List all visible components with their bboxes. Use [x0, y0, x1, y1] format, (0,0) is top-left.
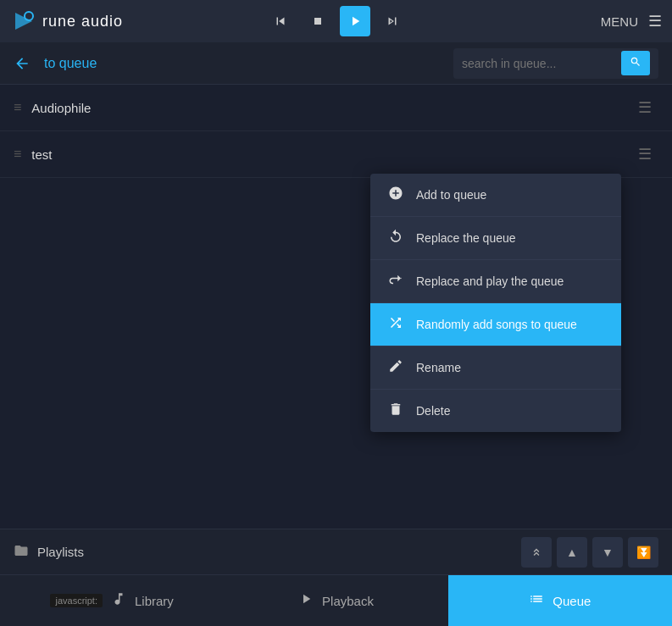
context-menu: Add to queue Replace the queue Replace a… [370, 174, 621, 432]
scroll-controls: ▲ ▼ ⏬ [521, 537, 658, 568]
top-bar: rune audio MENU ☰ [0, 0, 672, 42]
queue-label: Queue [553, 594, 591, 608]
tab-queue[interactable]: Queue [448, 575, 672, 626]
header-right: MENU ☰ [601, 12, 662, 30]
main-content: ≡ Audiophile ☰ ≡ test ☰ Add to queue Rep… [0, 85, 672, 529]
library-icon [111, 591, 126, 610]
next-button[interactable] [377, 6, 408, 36]
context-menu-replace-queue[interactable]: Replace the queue [370, 217, 621, 260]
svg-marker-0 [15, 13, 32, 30]
svg-point-1 [25, 12, 33, 20]
rename-icon [387, 358, 404, 377]
replace-play-icon [387, 272, 404, 291]
app-name: rune audio [42, 13, 123, 30]
stop-button[interactable] [303, 6, 333, 36]
nav-title: to queue [44, 56, 440, 71]
playlist-name: test [31, 147, 621, 162]
playlist-name: Audiophile [31, 101, 621, 115]
playlists-text: Playlists [37, 545, 84, 559]
tab-library[interactable]: javascript: Library [0, 575, 224, 626]
playback-label: Playback [322, 594, 374, 608]
item-menu-button[interactable]: ☰ [631, 141, 658, 167]
replace-queue-label: Replace the queue [416, 231, 516, 245]
queue-icon [529, 591, 544, 610]
library-label: Library [135, 594, 174, 608]
nav-bar: to queue [0, 42, 672, 85]
replace-play-label: Replace and play the queue [416, 274, 564, 288]
scroll-down-button[interactable]: ▼ [592, 537, 623, 568]
javascript-label: javascript: [50, 594, 103, 607]
back-button[interactable] [14, 55, 31, 72]
logo-icon [10, 8, 37, 35]
prev-button[interactable] [265, 6, 296, 36]
item-menu-button[interactable]: ☰ [631, 95, 658, 120]
replace-queue-icon [387, 229, 404, 247]
scroll-top-button[interactable] [521, 537, 552, 568]
add-to-queue-label: Add to queue [416, 188, 486, 202]
playlists-bar: Playlists ▲ ▼ ⏬ [0, 529, 672, 575]
playback-icon [298, 591, 314, 610]
list-icon: ≡ [14, 147, 21, 162]
search-input[interactable] [462, 57, 614, 70]
context-menu-add-to-queue[interactable]: Add to queue [370, 174, 621, 217]
rename-label: Rename [416, 361, 461, 374]
search-button[interactable] [621, 51, 650, 75]
logo: rune audio [10, 8, 123, 35]
context-menu-replace-play[interactable]: Replace and play the queue [370, 260, 621, 303]
randomly-add-label: Randomly add songs to queue [416, 318, 577, 331]
search-bar [453, 48, 658, 79]
play-button[interactable] [340, 6, 370, 36]
randomly-add-icon [387, 315, 404, 334]
list-item[interactable]: ≡ test ☰ [0, 131, 672, 178]
list-item[interactable]: ≡ Audiophile ☰ [0, 85, 672, 131]
scroll-up-button[interactable]: ▲ [557, 537, 587, 568]
menu-label[interactable]: MENU [601, 14, 638, 29]
transport-controls [265, 6, 408, 36]
folder-icon [14, 543, 29, 562]
context-menu-delete[interactable]: Delete [370, 390, 621, 432]
context-menu-rename[interactable]: Rename [370, 346, 621, 390]
hamburger-icon[interactable]: ☰ [648, 12, 662, 30]
delete-label: Delete [416, 404, 450, 418]
list-icon: ≡ [14, 100, 21, 115]
scroll-bottom-button[interactable]: ⏬ [628, 537, 658, 568]
bottom-tabs: javascript: Library Playback Queue [0, 575, 672, 626]
add-to-queue-icon [387, 186, 404, 204]
tab-playback[interactable]: Playback [224, 575, 447, 626]
delete-icon [387, 402, 404, 420]
svg-rect-2 [314, 18, 321, 25]
playlists-label: Playlists [14, 543, 521, 562]
context-menu-randomly-add[interactable]: Randomly add songs to queue [370, 303, 621, 346]
